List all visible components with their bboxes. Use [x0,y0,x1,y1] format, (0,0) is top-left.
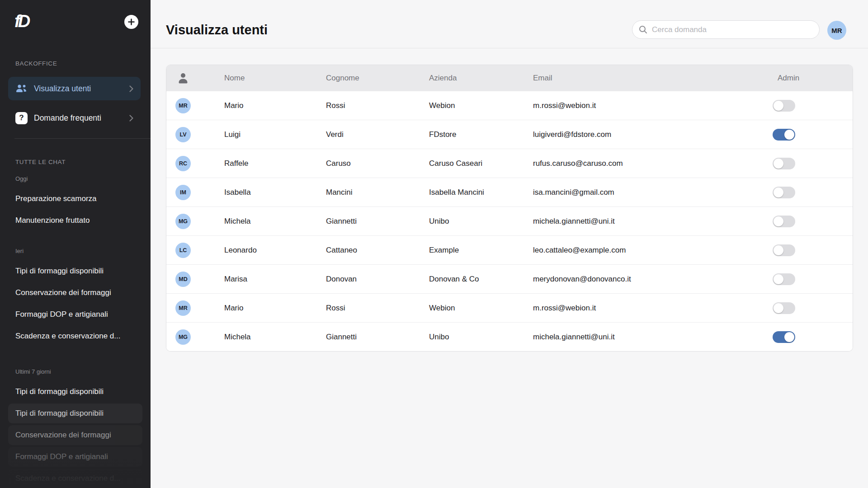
column-header-nome: Nome [214,74,316,83]
chat-item[interactable]: Conservazione dei formaggi [8,283,142,303]
cell-email: m.rossi@webion.it [523,101,767,110]
cell-email: michela.giannetti@uni.it [523,217,767,226]
admin-toggle[interactable] [773,100,795,112]
new-chat-button[interactable] [124,15,138,29]
chevron-right-icon [129,115,133,122]
sidebar-item-visualizza-utenti[interactable]: Visualizza utenti [8,77,141,100]
avatar: LV [175,127,191,142]
cell-cognome: Verdi [316,130,419,139]
avatar: LC [175,243,191,258]
chat-group-label-oggi: Oggi [15,175,28,182]
main-content: Visualizza utenti MR Nome [151,0,868,488]
cell-nome: Michela [214,217,316,226]
cell-nome: Michela [214,333,316,342]
chats-section-label: TUTTE LE CHAT [15,159,66,165]
cell-email: m.rossi@webion.it [523,304,767,313]
search-box [632,20,820,39]
chat-item[interactable]: Preparazione scamorza [8,189,142,209]
admin-toggle[interactable] [773,244,795,256]
admin-toggle[interactable] [773,129,795,141]
cell-azienda: Caruso Caseari [419,159,523,168]
chat-item[interactable]: Scadenza e conservazione d... [8,326,142,346]
fd-logo: fD [14,12,28,31]
chat-item[interactable]: Scadenza e conservazione d... [8,469,142,488]
search-icon [639,25,647,34]
cell-azienda: Webion [419,101,523,110]
admin-toggle[interactable] [773,331,795,343]
cell-cognome: Mancini [316,188,419,197]
top-bar: Visualizza utenti MR [151,0,868,48]
admin-toggle[interactable] [773,216,795,227]
column-header-email: Email [523,74,767,83]
users-icon [15,84,27,93]
cell-email: leo.cattaleo@example.com [523,246,767,255]
chevron-right-icon [129,85,133,92]
user-avatar[interactable]: MR [827,21,846,40]
cell-cognome: Caruso [316,159,419,168]
chat-item[interactable]: Formaggi DOP e artigianali [8,447,142,467]
column-header-cognome: Cognome [316,74,419,83]
table-header-row: Nome Cognome Azienda Email Admin [166,65,853,91]
table-row: IM Isabella Mancini Isabella Mancini isa… [166,178,853,206]
avatar: MD [175,272,191,287]
avatar: MG [175,329,191,345]
users-table: Nome Cognome Azienda Email Admin MR Mari… [166,65,853,352]
cell-nome: Isabella [214,188,316,197]
table-row: LV Luigi Verdi FDstore luigiverdi@fdstor… [166,120,853,149]
cell-cognome: Giannetti [316,333,419,342]
table-row: MR Mario Rossi Webion m.rossi@webion.it [166,293,853,322]
cell-nome: Leonardo [214,246,316,255]
cell-cognome: Rossi [316,304,419,313]
search-input[interactable] [652,25,813,34]
admin-toggle[interactable] [773,158,795,169]
chat-item[interactable]: Tipi di formaggi disponibili [8,261,142,281]
cell-azienda: Unibo [419,333,523,342]
avatar: MR [175,98,191,113]
cell-cognome: Giannetti [316,217,419,226]
cell-azienda: Webion [419,304,523,313]
admin-toggle[interactable] [773,302,795,314]
column-header-azienda: Azienda [419,74,523,83]
admin-toggle[interactable] [773,187,795,198]
cell-azienda: Example [419,246,523,255]
cell-email: luigiverdi@fdstore.com [523,130,767,139]
avatar: MR [175,300,191,316]
cell-azienda: Unibo [419,217,523,226]
page-title: Visualizza utenti [166,23,268,38]
sidebar-item-domande-frequenti[interactable]: ? Domande frequenti [8,106,141,130]
avatar: RC [175,156,191,171]
backoffice-section-label: BACKOFFICE [15,60,57,67]
table-row: MG Michela Giannetti Unibo michela.giann… [166,206,853,235]
sidebar-item-label: Visualizza utenti [34,84,129,94]
cell-email: merydonovan@donovanco.it [523,275,767,284]
chat-item[interactable]: Manutenzione fruttato [8,211,142,230]
cell-cognome: Cattaneo [316,246,419,255]
cell-nome: Raffele [214,159,316,168]
table-row: MG Michela Giannetti Unibo michela.giann… [166,322,853,351]
cell-nome: Mario [214,304,316,313]
person-icon [177,72,189,84]
column-header-admin: Admin [767,74,853,83]
cell-azienda: Donovan & Co [419,275,523,284]
table-row: MR Mario Rossi Webion m.rossi@webion.it [166,91,853,120]
chat-group-label-ieri: Ieri [15,248,24,254]
cell-cognome: Rossi [316,101,419,110]
chat-item[interactable]: Tipi di formaggi disponibili [8,382,142,402]
chat-item[interactable]: Formaggi DOP e artigianali [8,305,142,324]
admin-toggle[interactable] [773,273,795,285]
cell-azienda: FDstore [419,130,523,139]
cell-azienda: Isabella Mancini [419,188,523,197]
avatar: MG [175,214,191,229]
cell-nome: Luigi [214,130,316,139]
cell-email: rufus.caruso@caruso.com [523,159,767,168]
question-mark-icon: ? [15,112,28,124]
chat-item[interactable]: Tipi di formaggi disponibili [8,404,142,423]
cell-email: isa.mancini@gmail.com [523,188,767,197]
cell-email: michela.giannetti@uni.it [523,333,767,342]
chat-group-label-ultimi-7-giorni: Ultimi 7 giorni [15,368,51,375]
sidebar-item-label: Domande frequenti [34,113,129,123]
chat-item[interactable]: Conservazione dei formaggi [8,425,142,445]
plus-icon [127,18,135,26]
cell-nome: Mario [214,101,316,110]
table-row: RC Raffele Caruso Caruso Caseari rufus.c… [166,149,853,178]
